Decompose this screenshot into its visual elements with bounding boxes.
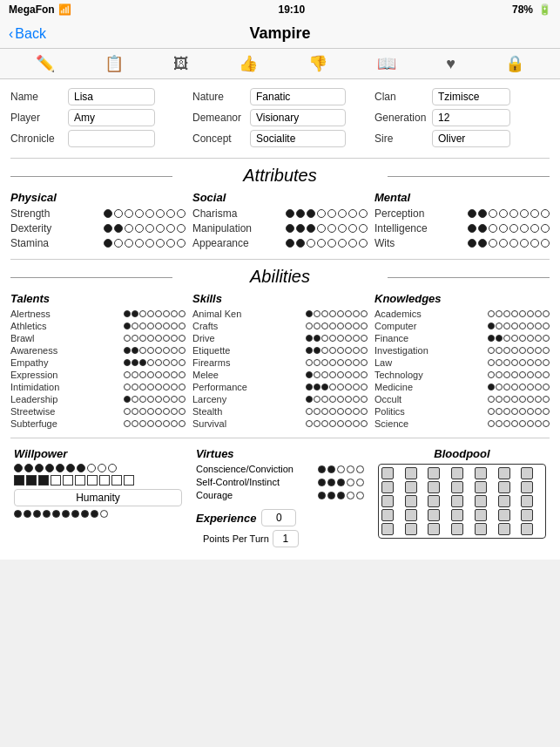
bloodpool-cell[interactable]: [451, 523, 463, 535]
nature-label: Nature: [192, 91, 245, 103]
bloodpool-cell[interactable]: [475, 481, 487, 493]
points-per-turn-input[interactable]: [273, 530, 299, 547]
bloodpool-cell[interactable]: [451, 467, 463, 479]
ability-name: Survival: [192, 418, 245, 429]
bloodpool-cell[interactable]: [428, 523, 440, 535]
dexterity-dots[interactable]: [104, 224, 186, 233]
bloodpool-cell[interactable]: [521, 467, 533, 479]
sire-label: Sire: [374, 132, 427, 145]
book-icon[interactable]: 📖: [377, 54, 396, 73]
ability-row: Crafts: [192, 321, 368, 331]
nature-input[interactable]: [250, 88, 346, 105]
bloodpool-cell[interactable]: [475, 523, 487, 535]
humanity-dots[interactable]: [14, 510, 182, 518]
stamina-label: Stamina: [10, 237, 58, 249]
edit-icon[interactable]: ✏️: [36, 54, 55, 73]
back-label[interactable]: Back: [15, 26, 46, 42]
name-input[interactable]: [68, 88, 155, 105]
bookmark-icon[interactable]: 📋: [105, 54, 124, 73]
chronicle-label: Chronicle: [10, 132, 63, 145]
lock-icon[interactable]: 🔒: [505, 54, 524, 73]
manipulation-row: Manipulation: [192, 222, 368, 234]
appearance-row: Appearance: [192, 237, 368, 249]
ability-row: Melee: [192, 370, 368, 380]
bloodpool-cell[interactable]: [405, 467, 417, 479]
bloodpool-grid[interactable]: [378, 464, 546, 539]
ability-row: Occult: [374, 394, 550, 404]
bloodpool-cell[interactable]: [498, 523, 510, 535]
ability-row: Etiquette: [192, 345, 368, 356]
bloodpool-cell[interactable]: [428, 481, 440, 493]
willpower-boxes[interactable]: [14, 475, 182, 486]
bloodpool-cell[interactable]: [405, 495, 417, 507]
chronicle-input[interactable]: [68, 130, 155, 147]
stamina-dots[interactable]: [104, 239, 186, 248]
bloodpool-cell[interactable]: [521, 495, 533, 507]
thumbs-down-icon[interactable]: 👎: [308, 54, 327, 73]
bloodpool-cell[interactable]: [428, 467, 440, 479]
ability-name: Drive: [192, 333, 245, 343]
virtues-section: Virtues Conscience/ConvictionSelf-Contro…: [192, 444, 368, 551]
bloodpool-title: Bloodpool: [378, 447, 546, 460]
clan-input[interactable]: [432, 88, 510, 105]
ability-name: Animal Ken: [192, 309, 245, 319]
bloodpool-cell[interactable]: [521, 509, 533, 521]
dexterity-row: Dexterity: [10, 222, 186, 234]
points-per-turn-label: Points Per Turn: [203, 533, 269, 544]
ability-name: Politics: [374, 406, 427, 417]
demeanor-input[interactable]: [250, 109, 346, 126]
bloodpool-cell[interactable]: [405, 523, 417, 535]
willpower-dots[interactable]: [14, 464, 182, 472]
bloodpool-cell[interactable]: [381, 509, 394, 521]
appearance-label: Appearance: [192, 237, 249, 249]
charisma-dots[interactable]: [286, 209, 368, 218]
intelligence-dots[interactable]: [468, 224, 550, 233]
bloodpool-section: Bloodpool: [374, 444, 550, 551]
generation-input[interactable]: [432, 109, 510, 126]
back-button[interactable]: ‹ Back: [9, 26, 46, 42]
bloodpool-cell[interactable]: [381, 467, 394, 479]
bloodpool-cell[interactable]: [381, 523, 394, 535]
character-frame-icon[interactable]: 🖼: [173, 55, 189, 73]
bloodpool-cell[interactable]: [405, 481, 417, 493]
bloodpool-cell[interactable]: [451, 509, 463, 521]
heart-icon[interactable]: ♥: [446, 55, 455, 73]
player-input[interactable]: [68, 109, 155, 126]
bloodpool-cell[interactable]: [498, 509, 510, 521]
ability-row: Expression: [10, 370, 186, 380]
bloodpool-cell[interactable]: [451, 495, 463, 507]
bloodpool-cell[interactable]: [521, 523, 533, 535]
bloodpool-cell[interactable]: [381, 481, 394, 493]
bloodpool-cell[interactable]: [428, 509, 440, 521]
perception-dots[interactable]: [468, 209, 550, 218]
bloodpool-cell[interactable]: [428, 495, 440, 507]
bloodpool-cell[interactable]: [521, 481, 533, 493]
thumbs-up-icon[interactable]: 👍: [239, 54, 258, 73]
status-bar: MegaFon 📶 19:10 78% 🔋: [0, 0, 560, 19]
nav-bar: ‹ Back Vampire: [0, 19, 560, 49]
bloodpool-cell[interactable]: [475, 467, 487, 479]
manipulation-dots[interactable]: [286, 224, 368, 233]
ability-name: Occult: [374, 394, 427, 404]
appearance-dots[interactable]: [286, 239, 368, 248]
sire-input[interactable]: [432, 130, 510, 147]
bloodpool-cell[interactable]: [451, 481, 463, 493]
strength-dots[interactable]: [104, 209, 186, 218]
ability-row: Streetwise: [10, 406, 186, 417]
bloodpool-cell[interactable]: [498, 495, 510, 507]
bloodpool-cell[interactable]: [381, 495, 394, 507]
bloodpool-cell[interactable]: [475, 495, 487, 507]
status-time: 19:10: [278, 3, 305, 16]
bloodpool-cell[interactable]: [405, 509, 417, 521]
experience-input[interactable]: 0: [261, 509, 296, 526]
concept-input[interactable]: [250, 130, 346, 147]
bloodpool-cell[interactable]: [498, 467, 510, 479]
name-label: Name: [10, 91, 63, 103]
bloodpool-cell[interactable]: [475, 509, 487, 521]
main-content: Name Player Chronicle Nature Demeanor: [0, 79, 560, 560]
wits-dots[interactable]: [468, 239, 550, 248]
knowledges-title: Knowledges: [374, 292, 550, 305]
bloodpool-cell[interactable]: [498, 481, 510, 493]
ability-row: Empathy: [10, 357, 186, 368]
ability-name: Intimidation: [10, 382, 63, 392]
